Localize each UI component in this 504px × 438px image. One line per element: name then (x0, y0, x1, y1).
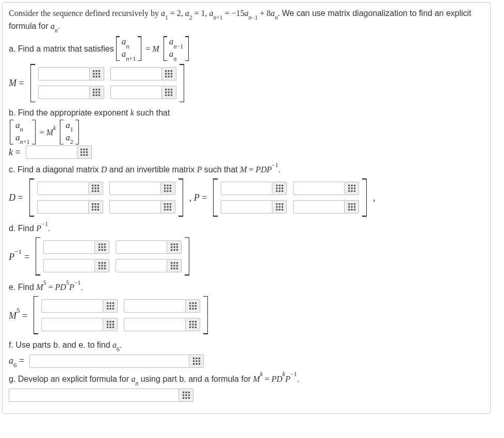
M-21-input[interactable] (38, 86, 90, 99)
part-a-lhs: M = (9, 77, 24, 89)
part-a-text: a. Find a matrix that satisfies an an+1 … (9, 36, 484, 61)
a6-input[interactable] (29, 354, 189, 368)
M5-12-input[interactable] (124, 299, 186, 313)
P-11-input[interactable] (221, 182, 272, 195)
equation-editor-icon[interactable] (345, 182, 359, 195)
vector-anm1-an: an−1 an (164, 36, 189, 61)
M-12-input[interactable] (110, 67, 162, 80)
equation-editor-icon[interactable] (77, 145, 92, 159)
M-22-input[interactable] (110, 86, 162, 99)
equation-editor-icon[interactable] (95, 259, 109, 272)
equation-editor-icon[interactable] (186, 299, 200, 313)
equation-editor-icon[interactable] (186, 318, 200, 331)
equation-editor-icon[interactable] (345, 200, 359, 214)
Pinv-12-input[interactable] (116, 240, 167, 254)
part-c-lhs-D: D = (9, 191, 23, 204)
vector-an-anp1-b: an an+1 (10, 120, 36, 144)
part-b-text: b. Find the appropriate exponent k such … (9, 107, 484, 119)
equation-editor-icon[interactable] (89, 200, 103, 214)
matrix-M5 (34, 296, 208, 334)
equation-editor-icon[interactable] (189, 354, 204, 368)
P-12-input[interactable] (293, 182, 345, 195)
equation-editor-icon[interactable] (162, 67, 176, 80)
matrix-M (30, 64, 184, 102)
question-container: Consider the sequence defined recursivel… (2, 2, 491, 414)
part-f-text: f. Use parts b. and e. to find a6. (9, 339, 484, 352)
Pinv-11-input[interactable] (43, 240, 95, 254)
equation-editor-icon[interactable] (162, 86, 176, 99)
M5-21-input[interactable] (41, 318, 103, 331)
equation-editor-icon[interactable] (272, 182, 287, 195)
equation-editor-icon[interactable] (179, 388, 193, 402)
equation-editor-icon[interactable] (103, 318, 118, 331)
an-formula-input[interactable] (9, 388, 179, 402)
equation-editor-icon[interactable] (167, 240, 182, 254)
matrix-P (213, 179, 367, 217)
Pinv-22-input[interactable] (116, 259, 167, 272)
D-22-input[interactable] (109, 200, 161, 214)
equation-editor-icon[interactable] (272, 200, 287, 214)
equation-editor-icon[interactable] (161, 182, 175, 195)
part-d-text: d. Find P−1. (9, 222, 484, 234)
part-f-lhs: a6 = (9, 354, 24, 368)
trailing-comma: , (373, 191, 376, 204)
equation-editor-icon[interactable] (103, 299, 118, 313)
P-22-input[interactable] (293, 200, 345, 214)
equation-editor-icon[interactable] (161, 200, 175, 214)
equation-editor-icon[interactable] (167, 259, 182, 272)
intro-text: Consider the sequence defined recursivel… (9, 8, 484, 33)
D-11-input[interactable] (37, 182, 89, 195)
M-11-input[interactable] (38, 67, 90, 80)
equation-editor-icon[interactable] (90, 67, 104, 80)
part-e-text: e. Find M5 = PD5P−1. (9, 281, 484, 293)
equation-editor-icon[interactable] (89, 182, 103, 195)
part-c-lhs-P: , P = (189, 191, 207, 204)
part-c-text: c. Find a diagonal matrix D and an inver… (9, 163, 484, 175)
equation-editor-icon[interactable] (90, 86, 104, 99)
k-input[interactable] (26, 145, 77, 159)
D-12-input[interactable] (109, 182, 161, 195)
part-d-lhs: P−1 = (9, 250, 29, 263)
D-21-input[interactable] (37, 200, 89, 214)
part-b-lhs: k = (9, 146, 21, 158)
M5-22-input[interactable] (124, 318, 186, 331)
matrix-Pinv (36, 237, 189, 275)
P-21-input[interactable] (221, 200, 272, 214)
part-e-lhs: M5 = (9, 309, 27, 322)
matrix-D (29, 179, 183, 217)
vector-an-anp1: an an+1 (116, 36, 142, 61)
M5-11-input[interactable] (41, 299, 103, 313)
Pinv-21-input[interactable] (43, 259, 95, 272)
part-g-text: g. Develop an explicit formula for an us… (9, 372, 484, 386)
equation-editor-icon[interactable] (95, 240, 109, 254)
vector-a1-a2: a1 a2 (60, 120, 79, 144)
